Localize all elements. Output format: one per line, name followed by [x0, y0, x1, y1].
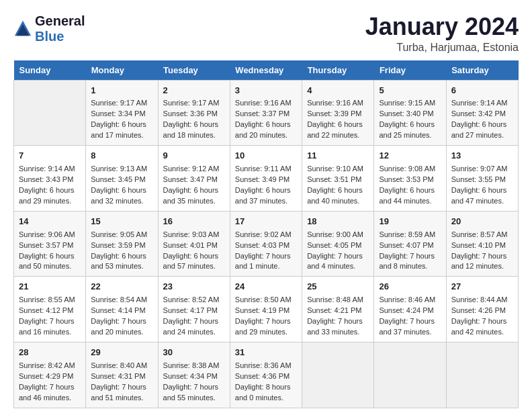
calendar-cell: [302, 342, 374, 408]
calendar-cell: 21Sunrise: 8:55 AM Sunset: 4:12 PM Dayli…: [14, 277, 86, 342]
calendar-cell: 31Sunrise: 8:36 AM Sunset: 4:36 PM Dayli…: [230, 342, 302, 408]
day-info: Sunrise: 9:15 AM Sunset: 3:40 PM Dayligh…: [379, 98, 441, 141]
calendar-cell: 20Sunrise: 8:57 AM Sunset: 4:10 PM Dayli…: [446, 211, 518, 277]
day-info: Sunrise: 8:46 AM Sunset: 4:24 PM Dayligh…: [379, 295, 441, 338]
day-info: Sunrise: 9:00 AM Sunset: 4:05 PM Dayligh…: [307, 230, 369, 273]
day-number: 1: [91, 85, 152, 97]
calendar-week-row: 1Sunrise: 9:17 AM Sunset: 3:34 PM Daylig…: [14, 80, 519, 146]
calendar-cell: 25Sunrise: 8:48 AM Sunset: 4:21 PM Dayli…: [302, 277, 374, 342]
day-number: 6: [451, 85, 513, 97]
weekday-header-wednesday: Wednesday: [230, 60, 302, 81]
day-info: Sunrise: 9:06 AM Sunset: 3:57 PM Dayligh…: [19, 230, 81, 273]
day-number: 30: [163, 347, 225, 359]
calendar-cell: 12Sunrise: 9:08 AM Sunset: 3:53 PM Dayli…: [374, 146, 446, 212]
calendar-cell: 14Sunrise: 9:06 AM Sunset: 3:57 PM Dayli…: [14, 211, 86, 277]
calendar-cell: 10Sunrise: 9:11 AM Sunset: 3:49 PM Dayli…: [230, 146, 302, 212]
day-number: 20: [451, 216, 513, 228]
day-number: 25: [307, 281, 369, 293]
day-info: Sunrise: 8:57 AM Sunset: 4:10 PM Dayligh…: [451, 230, 513, 273]
day-info: Sunrise: 8:36 AM Sunset: 4:36 PM Dayligh…: [235, 361, 297, 404]
day-info: Sunrise: 9:03 AM Sunset: 4:01 PM Dayligh…: [163, 230, 225, 273]
day-info: Sunrise: 8:40 AM Sunset: 4:31 PM Dayligh…: [91, 361, 152, 404]
calendar-cell: 6Sunrise: 9:14 AM Sunset: 3:42 PM Daylig…: [446, 80, 518, 146]
logo-text: General Blue: [35, 13, 85, 44]
day-number: 27: [451, 281, 513, 293]
calendar-cell: 27Sunrise: 8:44 AM Sunset: 4:26 PM Dayli…: [446, 277, 518, 342]
calendar-cell: 24Sunrise: 8:50 AM Sunset: 4:19 PM Dayli…: [230, 277, 302, 342]
day-info: Sunrise: 8:54 AM Sunset: 4:14 PM Dayligh…: [91, 295, 152, 338]
day-number: 19: [379, 216, 441, 228]
day-info: Sunrise: 9:17 AM Sunset: 3:36 PM Dayligh…: [163, 98, 225, 141]
day-info: Sunrise: 9:16 AM Sunset: 3:39 PM Dayligh…: [307, 98, 369, 141]
calendar-cell: 16Sunrise: 9:03 AM Sunset: 4:01 PM Dayli…: [158, 211, 230, 277]
day-info: Sunrise: 8:55 AM Sunset: 4:12 PM Dayligh…: [19, 295, 81, 338]
day-number: 5: [379, 85, 441, 97]
calendar-cell: 18Sunrise: 9:00 AM Sunset: 4:05 PM Dayli…: [302, 211, 374, 277]
day-info: Sunrise: 8:50 AM Sunset: 4:19 PM Dayligh…: [235, 295, 297, 338]
day-info: Sunrise: 8:48 AM Sunset: 4:21 PM Dayligh…: [307, 295, 369, 338]
day-info: Sunrise: 9:05 AM Sunset: 3:59 PM Dayligh…: [91, 230, 152, 273]
day-number: 28: [19, 347, 81, 359]
day-number: 18: [307, 216, 369, 228]
day-info: Sunrise: 9:14 AM Sunset: 3:43 PM Dayligh…: [19, 164, 81, 207]
day-info: Sunrise: 8:59 AM Sunset: 4:07 PM Dayligh…: [379, 230, 441, 273]
weekday-header-friday: Friday: [374, 60, 446, 81]
calendar-cell: [14, 80, 86, 146]
day-number: 12: [379, 150, 441, 163]
day-info: Sunrise: 9:14 AM Sunset: 3:42 PM Dayligh…: [451, 98, 513, 141]
main-title: January 2024: [365, 13, 519, 40]
day-number: 11: [307, 150, 369, 163]
day-number: 15: [91, 216, 152, 228]
calendar-cell: 3Sunrise: 9:16 AM Sunset: 3:37 PM Daylig…: [230, 80, 302, 146]
day-number: 8: [91, 150, 152, 163]
day-info: Sunrise: 9:11 AM Sunset: 3:49 PM Dayligh…: [235, 164, 297, 207]
day-number: 9: [163, 150, 225, 163]
calendar-cell: 5Sunrise: 9:15 AM Sunset: 3:40 PM Daylig…: [374, 80, 446, 146]
calendar-week-row: 14Sunrise: 9:06 AM Sunset: 3:57 PM Dayli…: [14, 211, 519, 277]
day-number: 7: [19, 150, 81, 163]
calendar-cell: 15Sunrise: 9:05 AM Sunset: 3:59 PM Dayli…: [86, 211, 158, 277]
calendar-week-row: 7Sunrise: 9:14 AM Sunset: 3:43 PM Daylig…: [14, 146, 519, 212]
calendar-cell: 7Sunrise: 9:14 AM Sunset: 3:43 PM Daylig…: [14, 146, 86, 212]
title-block: January 2024 Turba, Harjumaa, Estonia: [365, 13, 519, 54]
calendar-cell: 30Sunrise: 8:38 AM Sunset: 4:34 PM Dayli…: [158, 342, 230, 408]
day-number: 31: [235, 347, 297, 359]
logo: General Blue: [13, 13, 85, 44]
day-number: 26: [379, 281, 441, 293]
calendar-cell: 23Sunrise: 8:52 AM Sunset: 4:17 PM Dayli…: [158, 277, 230, 342]
day-number: 3: [235, 85, 297, 97]
calendar-week-row: 28Sunrise: 8:42 AM Sunset: 4:29 PM Dayli…: [14, 342, 519, 408]
day-number: 4: [307, 85, 369, 97]
calendar-cell: 28Sunrise: 8:42 AM Sunset: 4:29 PM Dayli…: [14, 342, 86, 408]
day-number: 24: [235, 281, 297, 293]
day-number: 10: [235, 150, 297, 163]
weekday-header-monday: Monday: [86, 60, 158, 81]
calendar-cell: 29Sunrise: 8:40 AM Sunset: 4:31 PM Dayli…: [86, 342, 158, 408]
weekday-header-saturday: Saturday: [446, 60, 518, 81]
calendar-cell: 17Sunrise: 9:02 AM Sunset: 4:03 PM Dayli…: [230, 211, 302, 277]
calendar-cell: 19Sunrise: 8:59 AM Sunset: 4:07 PM Dayli…: [374, 211, 446, 277]
day-info: Sunrise: 8:52 AM Sunset: 4:17 PM Dayligh…: [163, 295, 225, 338]
calendar-cell: 4Sunrise: 9:16 AM Sunset: 3:39 PM Daylig…: [302, 80, 374, 146]
day-number: 21: [19, 281, 81, 293]
page-header: General Blue January 2024 Turba, Harjuma…: [13, 13, 519, 54]
calendar-table: SundayMondayTuesdayWednesdayThursdayFrid…: [13, 60, 519, 408]
day-number: 17: [235, 216, 297, 228]
day-info: Sunrise: 9:17 AM Sunset: 3:34 PM Dayligh…: [91, 98, 152, 141]
calendar-cell: 26Sunrise: 8:46 AM Sunset: 4:24 PM Dayli…: [374, 277, 446, 342]
calendar-cell: 13Sunrise: 9:07 AM Sunset: 3:55 PM Dayli…: [446, 146, 518, 212]
day-number: 29: [91, 347, 152, 359]
weekday-header-tuesday: Tuesday: [158, 60, 230, 81]
day-number: 22: [91, 281, 152, 293]
day-info: Sunrise: 9:02 AM Sunset: 4:03 PM Dayligh…: [235, 230, 297, 273]
calendar-cell: 9Sunrise: 9:12 AM Sunset: 3:47 PM Daylig…: [158, 146, 230, 212]
day-number: 14: [19, 216, 81, 228]
day-info: Sunrise: 9:12 AM Sunset: 3:47 PM Dayligh…: [163, 164, 225, 207]
day-info: Sunrise: 9:07 AM Sunset: 3:55 PM Dayligh…: [451, 164, 513, 207]
day-info: Sunrise: 8:38 AM Sunset: 4:34 PM Dayligh…: [163, 361, 225, 404]
day-info: Sunrise: 9:10 AM Sunset: 3:51 PM Dayligh…: [307, 164, 369, 207]
logo-icon: [13, 19, 32, 38]
subtitle: Turba, Harjumaa, Estonia: [365, 42, 519, 54]
calendar-cell: 2Sunrise: 9:17 AM Sunset: 3:36 PM Daylig…: [158, 80, 230, 146]
calendar-cell: 11Sunrise: 9:10 AM Sunset: 3:51 PM Dayli…: [302, 146, 374, 212]
